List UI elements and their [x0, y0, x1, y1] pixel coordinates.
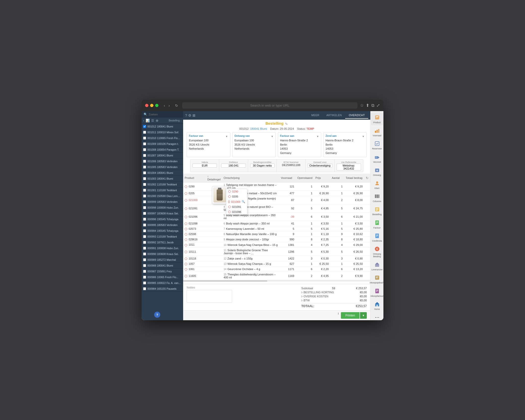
print-dropdown-button[interactable]: ▼	[360, 312, 367, 319]
fullscreen-button[interactable]: ⤢	[376, 103, 380, 108]
reload-button[interactable]: ↻	[174, 103, 180, 108]
order-item-000988[interactable]: 000988 180041 Blumi	[142, 263, 183, 269]
notities-input[interactable]	[187, 290, 232, 303]
pd-item-021069[interactable]: 021069 🔍	[226, 199, 247, 204]
order-checkbox-000989[interactable]	[143, 258, 146, 261]
product-dropdown[interactable]: 0290 0205 021069 🔍 0	[226, 189, 247, 215]
list-button[interactable]: ☰	[151, 119, 154, 122]
order-checkbox-000995[interactable]	[143, 223, 146, 227]
order-checkbox-001008[interactable]	[143, 148, 146, 151]
order-checkbox-000986[interactable]	[143, 276, 146, 279]
order-checkbox-000999[interactable]	[143, 200, 146, 203]
back-nav-button[interactable]: ‹	[143, 119, 144, 122]
order-item-001006[interactable]: 001006 180583 Verlinden	[142, 158, 183, 164]
rs-item-product[interactable]: Product	[371, 113, 383, 125]
order-item-001012[interactable]: 001012 180041 Blumi	[142, 124, 183, 130]
pd-item-0205[interactable]: 0205	[226, 194, 247, 199]
order-item-001007[interactable]: 001007 180041 Blumi	[142, 153, 183, 158]
order-checkbox-000997[interactable]	[143, 212, 146, 215]
order-checkbox-001000[interactable]	[143, 195, 146, 198]
order-item-000989[interactable]: 000989 185272 Marchal	[142, 257, 183, 263]
order-checkbox-000996[interactable]	[143, 218, 146, 221]
chart-button[interactable]: 📊	[146, 119, 150, 122]
print-button[interactable]: Printen	[341, 312, 359, 319]
order-checkbox-001002[interactable]	[143, 183, 146, 186]
factuur-van-dropdown[interactable]: ▼	[225, 135, 228, 138]
zend-aan-dropdown[interactable]: ▼	[362, 135, 365, 138]
rs-item-reserveer[interactable]: Reserveer	[371, 139, 383, 151]
order-checkbox-000992[interactable]	[143, 241, 146, 244]
horizontal-scrollbar[interactable]	[183, 280, 370, 282]
order-checkbox-001009[interactable]	[143, 142, 146, 145]
share-button[interactable]: ⬆	[366, 103, 369, 108]
rs-item-voorraad[interactable]: Voorraad	[371, 126, 383, 138]
tab-meer[interactable]: MEER	[308, 112, 323, 119]
order-item-000986[interactable]: 000986 10065 Fresh Flo...	[142, 274, 183, 280]
order-checkbox-001001[interactable]	[143, 189, 146, 192]
order-item-001004[interactable]: 001004 180041 Blumi	[142, 170, 183, 176]
order-checkbox-001011[interactable]	[143, 131, 146, 134]
order-item-001002[interactable]: 001002 110168 Testklant	[142, 182, 183, 187]
edit-button[interactable]: ✎	[285, 122, 288, 126]
tab-button[interactable]: ⧉	[371, 103, 374, 108]
betalingsconditie-input[interactable]: 30 Dagen netto	[250, 164, 275, 168]
order-checkbox-000998[interactable]	[143, 206, 146, 209]
factuur-aan-dropdown[interactable]: ▼	[316, 135, 319, 138]
rs-item-home[interactable]: Home	[371, 299, 383, 312]
maximize-button[interactable]	[155, 104, 158, 107]
tab-overzicht[interactable]: OVERZICHT	[345, 112, 368, 119]
order-checkbox-001005[interactable]	[143, 166, 146, 169]
order-item-001010[interactable]: 001010 110065 Fresh Flo...	[142, 135, 183, 141]
order-item-001008[interactable]: 001008 100054 Paragon T.	[142, 147, 183, 153]
ontvang-van-dropdown[interactable]: ▼	[271, 135, 274, 138]
order-item-001009[interactable]: 001009 100106 Paragon t.	[142, 141, 183, 147]
valuta-input[interactable]: EUR	[192, 164, 217, 168]
order-checkbox-000988[interactable]	[143, 264, 146, 267]
order-item-000995[interactable]: 000995 180583 Verlinden	[142, 222, 183, 228]
sidebar-search-input[interactable]	[149, 113, 183, 116]
top-exit-button[interactable]: ⊠	[192, 113, 195, 117]
rs-item-inkoopopdracht[interactable]: Inkoopopdracht	[371, 273, 383, 285]
order-checkbox-000984[interactable]	[143, 287, 146, 290]
rs-item-leverancier[interactable]: Leverancier	[371, 260, 383, 272]
order-item-000999[interactable]: 000999 180583 Verlinden	[142, 199, 183, 205]
rs-item-factuur[interactable]: Factuur	[371, 218, 383, 231]
address-bar[interactable]	[182, 102, 357, 109]
order-item-001001[interactable]: 001001 110168 Testklant	[142, 187, 183, 193]
order-item-000997[interactable]: 000997 183608 Kraus Sei.	[142, 211, 183, 216]
order-checkbox-001006[interactable]	[143, 160, 146, 163]
order-checkbox-001003[interactable]	[143, 177, 146, 180]
product-link-2[interactable]: 021069	[189, 199, 198, 202]
order-item-000985[interactable]: 000985 100022 Fa. A. van...	[142, 280, 183, 286]
order-checkbox-001004[interactable]	[143, 171, 146, 174]
referentie-input[interactable]: Webshop: 3421432	[337, 164, 361, 171]
order-item-001005[interactable]: 001005 180583 Verlinden	[142, 164, 183, 170]
rs-item-meer[interactable]: ⋯ < Meer	[371, 312, 383, 320]
top-settings-button[interactable]: ⚙	[188, 113, 191, 117]
refresh-icon[interactable]: ↻	[366, 176, 369, 180]
help-button[interactable]: ?	[154, 312, 160, 318]
col-header-detailregel[interactable]: ↑ Detailregel	[206, 174, 222, 182]
rs-item-ontvang-betaling[interactable]: € Ontvang Betaling	[371, 244, 383, 259]
order-item-000984[interactable]: 000984 165155 Pauwels	[142, 286, 183, 292]
order-item-000993[interactable]: 000993 110168 Testklant	[142, 234, 183, 240]
debiteur-input[interactable]: 180.041	[221, 164, 246, 168]
pd-item-0290[interactable]: 0290	[226, 189, 247, 194]
order-checkbox-000987[interactable]	[143, 270, 146, 273]
tab-artikelen[interactable]: ARTIKELEN	[323, 112, 345, 119]
rs-item-ontvang[interactable]: Ontvang	[371, 165, 383, 178]
back-button[interactable]: ‹	[162, 103, 166, 108]
rs-item-verzond[interactable]: Verzond	[371, 152, 383, 165]
order-checkbox-000990[interactable]	[143, 252, 146, 255]
pd-item-021096[interactable]: 021096	[226, 209, 247, 214]
order-item-000987[interactable]: 000987 155891 Frey	[142, 269, 183, 274]
top-help-button[interactable]: ?	[185, 113, 187, 117]
add-button[interactable]: ⊕	[156, 119, 158, 122]
order-item-000991[interactable]: 000991 100008 Hubo Zun.	[142, 245, 183, 251]
order-item-000990[interactable]: 000990 183608 Kraus Sei.	[142, 251, 183, 257]
minimize-button[interactable]	[150, 104, 153, 107]
order-checkbox-000985[interactable]	[143, 281, 146, 284]
order-checkbox-001010[interactable]	[143, 137, 146, 140]
gereed-input[interactable]: Orderbevestiging	[308, 164, 332, 168]
order-item-001003[interactable]: 001003 180041 Blumi	[142, 176, 183, 182]
